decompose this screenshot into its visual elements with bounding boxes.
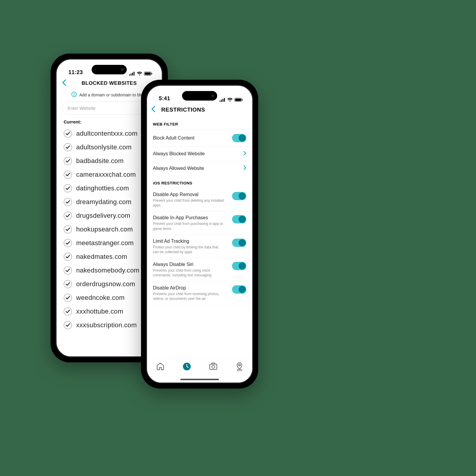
signal-icon: [220, 98, 226, 102]
row-label: Always Allowed Website: [153, 166, 204, 171]
web-filter-group: Block Adult Content Always Blocked Websi…: [147, 129, 252, 176]
row-block-adult[interactable]: Block Adult Content: [147, 130, 252, 147]
row-subtext: Prevent your child from purchasing in-ap…: [153, 221, 224, 231]
status-indicators: [220, 98, 243, 102]
check-circle-icon[interactable]: [64, 212, 72, 220]
wifi-icon: [137, 72, 142, 76]
domain-text: meetastranger.com: [76, 239, 134, 247]
home-indicator[interactable]: [180, 379, 219, 380]
svg-point-22: [237, 369, 242, 371]
domain-text: drugsdelivery.com: [76, 212, 130, 220]
row-label: Disable AirDrop: [153, 285, 224, 291]
nav-time[interactable]: [182, 362, 191, 371]
row-label: Block Adult Content: [153, 135, 195, 141]
location-icon: [235, 362, 244, 371]
toggle[interactable]: [232, 215, 246, 223]
nav-location[interactable]: [235, 362, 244, 371]
ios-restrictions-group: Disable App RemovalPrevent your child fr…: [147, 188, 252, 305]
check-circle-icon[interactable]: [64, 129, 72, 138]
restriction-row[interactable]: Disable App RemovalPrevent your child fr…: [147, 188, 252, 212]
info-icon: [71, 92, 77, 98]
section-web-filter: WEB FILTER: [147, 117, 252, 129]
hint-text: Add a domain or subdomain to block: [79, 93, 147, 97]
svg-rect-6: [152, 73, 152, 74]
signal-icon: [129, 72, 135, 76]
domain-text: dreamydating.com: [76, 198, 131, 206]
svg-rect-2: [132, 73, 133, 76]
check-circle-icon[interactable]: [64, 157, 72, 165]
restriction-row[interactable]: Disable AirDropPrevents your child from …: [147, 282, 252, 305]
domain-text: hookupsearch.com: [76, 226, 133, 233]
nav-camera[interactable]: [209, 362, 218, 370]
restriction-row[interactable]: Disable In-App PurchasesPrevent your chi…: [147, 212, 252, 235]
check-circle-icon[interactable]: [64, 266, 72, 275]
status-time: 11:23: [68, 69, 83, 76]
row-label: Always Blocked Website: [153, 151, 205, 156]
clock-icon: [182, 362, 191, 371]
chevron-left-icon: [62, 79, 66, 86]
check-circle-icon[interactable]: [64, 239, 72, 247]
svg-point-21: [239, 364, 240, 366]
row-subtext: Prevents your child from receiving photo…: [153, 292, 224, 301]
chevron-right-icon: [243, 165, 246, 171]
nav-home[interactable]: [156, 362, 165, 370]
domain-text: cameraxxxchat.com: [76, 171, 136, 178]
wifi-icon: [227, 98, 233, 102]
svg-rect-15: [235, 99, 241, 101]
svg-rect-5: [145, 73, 151, 75]
restriction-row[interactable]: Limit Ad TrackingProtect your child by l…: [147, 235, 252, 258]
check-circle-icon[interactable]: [64, 143, 72, 151]
svg-rect-20: [212, 363, 215, 364]
toggle[interactable]: [232, 239, 246, 247]
camera-icon: [209, 362, 218, 370]
domain-text: adultcontentxxx.com: [76, 130, 137, 137]
check-circle-icon[interactable]: [64, 198, 72, 206]
svg-rect-1: [131, 73, 131, 76]
svg-rect-0: [129, 74, 130, 76]
toggle[interactable]: [232, 192, 246, 200]
check-circle-icon[interactable]: [64, 170, 72, 179]
restriction-row[interactable]: Always Disable SiriPrevents your child f…: [147, 258, 252, 281]
toggle[interactable]: [232, 262, 246, 270]
check-circle-icon[interactable]: [64, 280, 72, 288]
svg-rect-3: [134, 72, 134, 76]
check-circle-icon[interactable]: [64, 253, 72, 261]
domain-text: xxxsubscription.com: [76, 321, 137, 329]
section-ios-restrictions: iOS RESTRICTIONS: [147, 176, 252, 188]
home-icon: [156, 362, 165, 370]
battery-icon: [234, 98, 243, 102]
row-always-blocked[interactable]: Always Blocked Website: [147, 147, 252, 161]
domain-text: weedncoke.com: [76, 294, 125, 302]
domain-text: nakedsomebody.com: [76, 267, 140, 274]
svg-point-19: [212, 365, 215, 368]
dynamic-island: [182, 91, 217, 101]
check-circle-icon[interactable]: [64, 225, 72, 234]
row-label: Limit Ad Tracking: [153, 239, 224, 244]
domain-text: datinghotties.com: [76, 184, 129, 192]
phone2-screen: 5:41 RESTRICTIONS WEB FILTER Block Adult…: [146, 84, 253, 384]
row-always-allowed[interactable]: Always Allowed Website: [147, 161, 252, 176]
chevron-right-icon: [243, 151, 246, 157]
phone-restrictions: 5:41 RESTRICTIONS WEB FILTER Block Adult…: [141, 80, 258, 389]
page-title: RESTRICTIONS: [161, 107, 205, 113]
domain-text: nakedmates.com: [76, 253, 127, 261]
domain-text: adultsonlysite.com: [76, 143, 131, 151]
toggle-block-adult[interactable]: [232, 134, 246, 142]
check-circle-icon[interactable]: [64, 294, 72, 302]
check-circle-icon[interactable]: [64, 307, 72, 316]
fade-overlay: [147, 346, 252, 358]
check-circle-icon[interactable]: [64, 321, 72, 329]
chevron-left-icon: [151, 106, 155, 112]
toggle[interactable]: [232, 285, 246, 294]
domain-text: badbadsite.com: [76, 157, 124, 165]
back-button[interactable]: [151, 106, 155, 114]
svg-rect-11: [221, 100, 222, 102]
back-button[interactable]: [62, 79, 66, 87]
row-subtext: Prevent your child from deleting any ins…: [153, 198, 224, 208]
row-label: Disable In-App Purchases: [153, 215, 224, 220]
row-subtext: Prevents your child from using voice com…: [153, 268, 224, 278]
check-circle-icon[interactable]: [64, 184, 72, 192]
website-input-placeholder: Enter Website: [68, 106, 95, 111]
row-label: Disable App Removal: [153, 192, 224, 197]
svg-rect-16: [242, 99, 243, 101]
